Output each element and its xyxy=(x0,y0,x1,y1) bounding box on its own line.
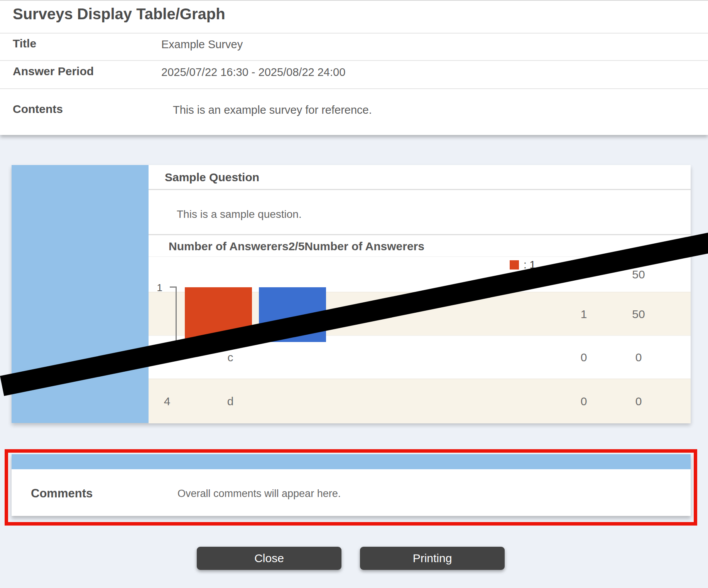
table-cell-count: 0 xyxy=(581,351,587,364)
answer-period-value: 2025/07/22 16:30 - 2025/08/22 24:00 xyxy=(161,66,345,79)
legend-swatch-icon xyxy=(510,260,519,270)
table-row: 4 d 0 0 xyxy=(149,379,691,423)
title-label: Title xyxy=(13,37,36,50)
table-cell-count: 0 xyxy=(581,395,587,408)
divider xyxy=(0,88,708,89)
comments-header-bar xyxy=(12,454,691,469)
table-cell-percent: 0 xyxy=(635,395,642,408)
divider xyxy=(0,60,708,61)
page-title: Surveys Display Table/Graph xyxy=(13,5,225,23)
table-cell-option: c xyxy=(228,351,233,364)
contents-label: Contents xyxy=(13,103,63,116)
contents-value: This is an example survey for reference. xyxy=(173,104,372,116)
divider xyxy=(0,33,708,34)
table-cell-number: 4 xyxy=(164,395,171,408)
printing-button[interactable]: Printing xyxy=(360,547,505,570)
table-cell-option: d xyxy=(227,395,234,408)
table-cell-percent: 0 xyxy=(635,351,642,364)
chart-title: Number of Answerers2/5Number of Answerer… xyxy=(169,240,424,253)
question-text: This is a sample question. xyxy=(177,208,302,221)
y-axis-tick-label: 1 xyxy=(155,282,162,294)
survey-meta-panel: Surveys Display Table/Graph Title Exampl… xyxy=(0,0,708,135)
table-cell-count: 1 xyxy=(581,308,587,321)
comments-card: Comments Overall comments will appear he… xyxy=(12,454,691,516)
comments-label: Comments xyxy=(31,487,93,500)
close-button[interactable]: Close xyxy=(197,547,341,570)
divider xyxy=(149,189,691,190)
y-axis-line xyxy=(176,286,177,342)
table-cell-percent: 50 xyxy=(632,308,645,321)
question-title: Sample Question xyxy=(165,171,259,184)
divider xyxy=(149,234,691,235)
annotation-highlight-box: Comments Overall comments will appear he… xyxy=(5,449,697,526)
table-cell-percent: 50 xyxy=(632,268,645,281)
answer-period-label: Answer Period xyxy=(13,65,94,78)
question-result-card: Sample Question This is a sample questio… xyxy=(12,165,691,423)
comments-text: Overall comments will appear here. xyxy=(177,488,341,500)
title-value: Example Survey xyxy=(161,38,243,51)
